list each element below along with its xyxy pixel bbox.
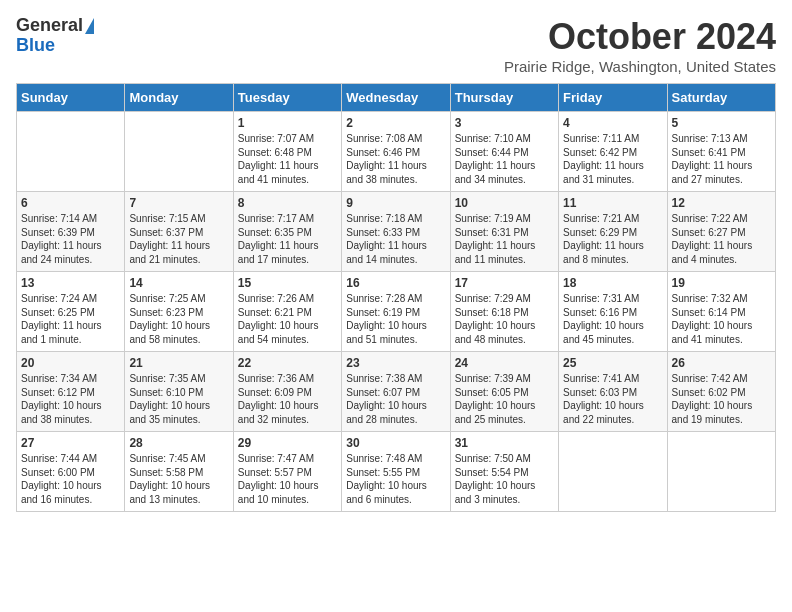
title-area: October 2024 Prairie Ridge, Washington, … (504, 16, 776, 75)
day-info: Sunrise: 7:32 AM Sunset: 6:14 PM Dayligh… (672, 292, 771, 346)
calendar-cell: 19Sunrise: 7:32 AM Sunset: 6:14 PM Dayli… (667, 272, 775, 352)
day-number: 31 (455, 436, 554, 450)
calendar-week-row: 27Sunrise: 7:44 AM Sunset: 6:00 PM Dayli… (17, 432, 776, 512)
calendar-cell (125, 112, 233, 192)
day-number: 30 (346, 436, 445, 450)
calendar-cell: 6Sunrise: 7:14 AM Sunset: 6:39 PM Daylig… (17, 192, 125, 272)
day-number: 18 (563, 276, 662, 290)
calendar-cell: 25Sunrise: 7:41 AM Sunset: 6:03 PM Dayli… (559, 352, 667, 432)
day-number: 6 (21, 196, 120, 210)
day-info: Sunrise: 7:31 AM Sunset: 6:16 PM Dayligh… (563, 292, 662, 346)
calendar-cell: 20Sunrise: 7:34 AM Sunset: 6:12 PM Dayli… (17, 352, 125, 432)
day-info: Sunrise: 7:36 AM Sunset: 6:09 PM Dayligh… (238, 372, 337, 426)
calendar-cell: 15Sunrise: 7:26 AM Sunset: 6:21 PM Dayli… (233, 272, 341, 352)
day-number: 3 (455, 116, 554, 130)
day-header-sunday: Sunday (17, 84, 125, 112)
day-info: Sunrise: 7:50 AM Sunset: 5:54 PM Dayligh… (455, 452, 554, 506)
day-number: 9 (346, 196, 445, 210)
day-number: 2 (346, 116, 445, 130)
calendar-cell: 17Sunrise: 7:29 AM Sunset: 6:18 PM Dayli… (450, 272, 558, 352)
calendar-cell: 1Sunrise: 7:07 AM Sunset: 6:48 PM Daylig… (233, 112, 341, 192)
day-number: 8 (238, 196, 337, 210)
day-info: Sunrise: 7:47 AM Sunset: 5:57 PM Dayligh… (238, 452, 337, 506)
calendar-cell: 21Sunrise: 7:35 AM Sunset: 6:10 PM Dayli… (125, 352, 233, 432)
calendar-cell: 7Sunrise: 7:15 AM Sunset: 6:37 PM Daylig… (125, 192, 233, 272)
day-info: Sunrise: 7:13 AM Sunset: 6:41 PM Dayligh… (672, 132, 771, 186)
calendar-cell: 22Sunrise: 7:36 AM Sunset: 6:09 PM Dayli… (233, 352, 341, 432)
calendar-cell: 3Sunrise: 7:10 AM Sunset: 6:44 PM Daylig… (450, 112, 558, 192)
day-number: 28 (129, 436, 228, 450)
day-number: 23 (346, 356, 445, 370)
calendar-body: 1Sunrise: 7:07 AM Sunset: 6:48 PM Daylig… (17, 112, 776, 512)
day-number: 13 (21, 276, 120, 290)
calendar-cell: 4Sunrise: 7:11 AM Sunset: 6:42 PM Daylig… (559, 112, 667, 192)
day-info: Sunrise: 7:15 AM Sunset: 6:37 PM Dayligh… (129, 212, 228, 266)
calendar-week-row: 13Sunrise: 7:24 AM Sunset: 6:25 PM Dayli… (17, 272, 776, 352)
day-number: 20 (21, 356, 120, 370)
calendar-cell: 31Sunrise: 7:50 AM Sunset: 5:54 PM Dayli… (450, 432, 558, 512)
day-number: 5 (672, 116, 771, 130)
calendar-cell (559, 432, 667, 512)
day-info: Sunrise: 7:14 AM Sunset: 6:39 PM Dayligh… (21, 212, 120, 266)
day-info: Sunrise: 7:21 AM Sunset: 6:29 PM Dayligh… (563, 212, 662, 266)
day-number: 14 (129, 276, 228, 290)
day-info: Sunrise: 7:07 AM Sunset: 6:48 PM Dayligh… (238, 132, 337, 186)
calendar-cell: 18Sunrise: 7:31 AM Sunset: 6:16 PM Dayli… (559, 272, 667, 352)
day-info: Sunrise: 7:19 AM Sunset: 6:31 PM Dayligh… (455, 212, 554, 266)
calendar-cell: 5Sunrise: 7:13 AM Sunset: 6:41 PM Daylig… (667, 112, 775, 192)
day-header-tuesday: Tuesday (233, 84, 341, 112)
calendar-cell: 11Sunrise: 7:21 AM Sunset: 6:29 PM Dayli… (559, 192, 667, 272)
day-info: Sunrise: 7:22 AM Sunset: 6:27 PM Dayligh… (672, 212, 771, 266)
calendar-week-row: 20Sunrise: 7:34 AM Sunset: 6:12 PM Dayli… (17, 352, 776, 432)
logo-triangle-icon (85, 18, 94, 34)
calendar-cell: 16Sunrise: 7:28 AM Sunset: 6:19 PM Dayli… (342, 272, 450, 352)
calendar-cell: 27Sunrise: 7:44 AM Sunset: 6:00 PM Dayli… (17, 432, 125, 512)
calendar-cell: 2Sunrise: 7:08 AM Sunset: 6:46 PM Daylig… (342, 112, 450, 192)
calendar-cell: 28Sunrise: 7:45 AM Sunset: 5:58 PM Dayli… (125, 432, 233, 512)
day-number: 24 (455, 356, 554, 370)
month-title: October 2024 (504, 16, 776, 58)
logo-blue-text: Blue (16, 36, 55, 56)
day-number: 21 (129, 356, 228, 370)
day-info: Sunrise: 7:11 AM Sunset: 6:42 PM Dayligh… (563, 132, 662, 186)
calendar-cell: 10Sunrise: 7:19 AM Sunset: 6:31 PM Dayli… (450, 192, 558, 272)
day-number: 1 (238, 116, 337, 130)
day-info: Sunrise: 7:10 AM Sunset: 6:44 PM Dayligh… (455, 132, 554, 186)
day-header-monday: Monday (125, 84, 233, 112)
calendar-cell: 14Sunrise: 7:25 AM Sunset: 6:23 PM Dayli… (125, 272, 233, 352)
day-info: Sunrise: 7:26 AM Sunset: 6:21 PM Dayligh… (238, 292, 337, 346)
day-number: 27 (21, 436, 120, 450)
day-number: 29 (238, 436, 337, 450)
logo-general-text: General (16, 16, 83, 36)
day-info: Sunrise: 7:17 AM Sunset: 6:35 PM Dayligh… (238, 212, 337, 266)
day-number: 7 (129, 196, 228, 210)
day-header-saturday: Saturday (667, 84, 775, 112)
calendar-cell: 29Sunrise: 7:47 AM Sunset: 5:57 PM Dayli… (233, 432, 341, 512)
day-number: 25 (563, 356, 662, 370)
day-info: Sunrise: 7:41 AM Sunset: 6:03 PM Dayligh… (563, 372, 662, 426)
day-info: Sunrise: 7:28 AM Sunset: 6:19 PM Dayligh… (346, 292, 445, 346)
day-info: Sunrise: 7:48 AM Sunset: 5:55 PM Dayligh… (346, 452, 445, 506)
day-number: 17 (455, 276, 554, 290)
day-info: Sunrise: 7:18 AM Sunset: 6:33 PM Dayligh… (346, 212, 445, 266)
day-number: 16 (346, 276, 445, 290)
calendar-cell (17, 112, 125, 192)
calendar-week-row: 1Sunrise: 7:07 AM Sunset: 6:48 PM Daylig… (17, 112, 776, 192)
day-number: 11 (563, 196, 662, 210)
calendar-cell: 8Sunrise: 7:17 AM Sunset: 6:35 PM Daylig… (233, 192, 341, 272)
logo: General Blue (16, 16, 94, 56)
page-header: General Blue October 2024 Prairie Ridge,… (16, 16, 776, 75)
day-info: Sunrise: 7:25 AM Sunset: 6:23 PM Dayligh… (129, 292, 228, 346)
day-number: 12 (672, 196, 771, 210)
day-number: 26 (672, 356, 771, 370)
day-info: Sunrise: 7:35 AM Sunset: 6:10 PM Dayligh… (129, 372, 228, 426)
calendar-cell (667, 432, 775, 512)
calendar-table: SundayMondayTuesdayWednesdayThursdayFrid… (16, 83, 776, 512)
day-info: Sunrise: 7:38 AM Sunset: 6:07 PM Dayligh… (346, 372, 445, 426)
day-info: Sunrise: 7:08 AM Sunset: 6:46 PM Dayligh… (346, 132, 445, 186)
day-header-wednesday: Wednesday (342, 84, 450, 112)
calendar-week-row: 6Sunrise: 7:14 AM Sunset: 6:39 PM Daylig… (17, 192, 776, 272)
day-info: Sunrise: 7:45 AM Sunset: 5:58 PM Dayligh… (129, 452, 228, 506)
day-number: 10 (455, 196, 554, 210)
day-number: 19 (672, 276, 771, 290)
